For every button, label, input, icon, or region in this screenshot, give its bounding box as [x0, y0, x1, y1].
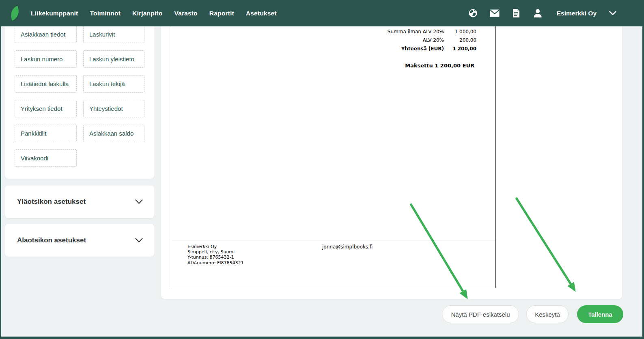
- accordion-title: Yläotsikon asetukset: [17, 198, 86, 206]
- total-value: 1 000,00: [444, 28, 476, 36]
- field-chip-lisatiedot-laskulla[interactable]: Lisätiedot laskulla: [15, 75, 77, 93]
- field-chip-yhteystiedot[interactable]: Yhteystiedot: [83, 100, 144, 117]
- field-palette-grid: Asiakkaan tiedot Laskurivit Laskun numer…: [5, 26, 154, 167]
- field-chip-laskun-numero[interactable]: Laskun numero: [15, 50, 77, 68]
- globe-icon[interactable]: [468, 9, 478, 18]
- field-palette-panel: Asiakkaan tiedot Laskurivit Laskun numer…: [5, 26, 154, 179]
- nav-item-liikekumppanit[interactable]: Liikekumppanit: [31, 10, 78, 17]
- total-value: 1 200,00: [444, 45, 476, 53]
- invoice-footer-company-block: Esimerkki Oy Simppeli, city, Suomi Y-tun…: [187, 244, 244, 266]
- total-value: 200,00: [444, 36, 476, 45]
- invoice-footer-email: jonna@simplbooks.fi: [322, 244, 373, 250]
- top-navbar: Liikekumppanit Toiminnot Kirjanpito Vara…: [0, 0, 644, 26]
- accordion-title: Alaotsikon asetukset: [17, 236, 86, 244]
- field-chip-laskurivit[interactable]: Laskurivit: [83, 26, 144, 43]
- chevron-down-icon: [135, 238, 143, 243]
- footer-line: ALV-numero: FI87654321: [187, 260, 244, 266]
- total-label: Yhteensä (EUR): [388, 45, 444, 53]
- invoice-preview-panel: Summa ilman ALV 20% 1 000,00 ALV 20% 200…: [161, 26, 622, 299]
- field-chip-laskun-tekija[interactable]: Laskun tekijä: [83, 75, 144, 93]
- accordion-footer-settings[interactable]: Alaotsikon asetukset: [5, 224, 154, 257]
- mail-icon[interactable]: [490, 9, 500, 18]
- nav-item-toiminnot[interactable]: Toiminnot: [90, 10, 121, 17]
- chevron-down-icon: [135, 199, 143, 204]
- field-chip-asiakkaan-saldo[interactable]: Asiakkaan saldo: [83, 125, 144, 142]
- nav-item-varasto[interactable]: Varasto: [174, 10, 197, 17]
- total-label: Summa ilman ALV 20%: [388, 28, 444, 36]
- field-chip-laskun-yleistieto[interactable]: Laskun yleistieto: [83, 50, 144, 68]
- invoice-page-preview: Summa ilman ALV 20% 1 000,00 ALV 20% 200…: [171, 26, 496, 288]
- chevron-down-icon[interactable]: [609, 11, 616, 15]
- field-chip-pankkitilit[interactable]: Pankkitilit: [15, 125, 77, 142]
- company-menu-label[interactable]: Esimerkki Oy: [557, 10, 597, 17]
- footer-line: Esimerkki Oy: [187, 244, 244, 249]
- accordion-header-settings[interactable]: Yläotsikon asetukset: [5, 186, 154, 218]
- save-button[interactable]: Tallenna: [577, 305, 623, 323]
- invoice-totals: Summa ilman ALV 20% 1 000,00 ALV 20% 200…: [388, 28, 476, 53]
- leaf-logo-icon[interactable]: [9, 4, 21, 22]
- user-icon[interactable]: [533, 9, 543, 18]
- nav-item-raportit[interactable]: Raportit: [209, 10, 234, 17]
- total-label: ALV 20%: [388, 36, 444, 45]
- nav-item-kirjanpito[interactable]: Kirjanpito: [132, 10, 162, 17]
- nav-item-asetukset[interactable]: Asetukset: [246, 10, 277, 17]
- content-area: Asiakkaan tiedot Laskurivit Laskun numer…: [1, 26, 642, 337]
- field-chip-yrityksen-tiedot[interactable]: Yrityksen tiedot: [15, 100, 77, 117]
- cancel-button[interactable]: Keskeytä: [526, 305, 569, 323]
- invoice-footer-divider: [171, 240, 495, 240]
- main-menu: Liikekumppanit Toiminnot Kirjanpito Vara…: [31, 10, 277, 17]
- field-chip-viivakoodi[interactable]: Viivakoodi: [15, 149, 77, 167]
- navbar-right-group: Esimerkki Oy: [468, 9, 616, 18]
- paid-amount-line: Maksettu 1 200,00 EUR: [405, 63, 474, 69]
- footer-line: Simppeli, city, Suomi: [187, 249, 244, 255]
- footer-line: Y-tunnus: 8765432-1: [187, 255, 244, 260]
- field-chip-asiakkaan-tiedot[interactable]: Asiakkaan tiedot: [15, 26, 77, 43]
- show-pdf-preview-button[interactable]: Näytä PDF-esikatselu: [442, 305, 519, 323]
- document-icon[interactable]: [511, 9, 521, 18]
